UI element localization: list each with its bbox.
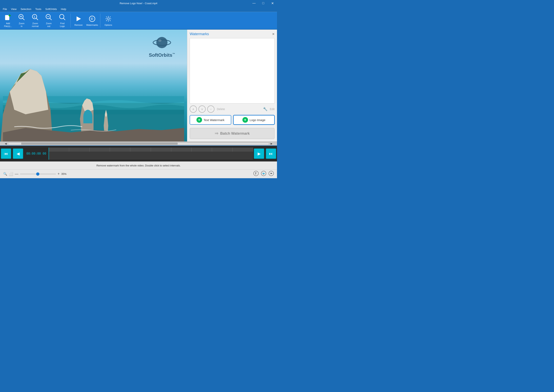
selection-icon[interactable]: ⬜ bbox=[9, 172, 13, 176]
close-button[interactable]: ✕ bbox=[268, 0, 277, 6]
svg-point-21 bbox=[158, 39, 161, 42]
remove-icon bbox=[75, 15, 82, 23]
toggle-button[interactable]: ○ bbox=[207, 105, 214, 113]
twitter-icon[interactable]: 🐦 bbox=[261, 171, 266, 177]
zoom-out-button[interactable]: Zoomout bbox=[42, 13, 55, 28]
minimize-button[interactable]: — bbox=[249, 0, 259, 6]
watermarks-button[interactable]: © Watermarks bbox=[86, 13, 98, 28]
ruler-tick bbox=[192, 148, 212, 152]
panel-close-button[interactable]: ✕ bbox=[272, 32, 275, 36]
batch-watermark-label: Batch Watermark bbox=[220, 132, 250, 136]
options-icon bbox=[105, 15, 112, 23]
svg-line-11 bbox=[50, 18, 52, 20]
video-scene: SoftOrbits™ bbox=[0, 30, 187, 141]
add-buttons-row: + Text Watermark + Logo Image bbox=[190, 115, 275, 125]
scroll-thumb[interactable] bbox=[21, 143, 177, 145]
zoom-plus-icon[interactable]: + bbox=[57, 172, 60, 176]
toolbar-separator-1 bbox=[70, 14, 70, 28]
menu-softorbits[interactable]: SoftOrbits bbox=[43, 7, 59, 11]
watermarks-label: Watermarks bbox=[86, 24, 98, 26]
step-forward-button[interactable]: ▶ bbox=[254, 148, 264, 159]
move-up-button[interactable]: ∧ bbox=[190, 105, 197, 113]
zoom-small-icon[interactable]: 🔍 bbox=[3, 172, 7, 176]
batch-watermark-button[interactable]: ⇒ Batch Watermark bbox=[190, 128, 275, 139]
svg-point-13 bbox=[60, 14, 64, 19]
add-files-icon bbox=[4, 14, 12, 22]
rewind-to-start-icon: ⏮ bbox=[4, 151, 8, 156]
timeline-area: ⏮ ◀ 00:00:00 00 ▶ ⏭ bbox=[0, 146, 277, 161]
zoom-normal-icon: 1 bbox=[32, 14, 39, 22]
svg-text:1: 1 bbox=[34, 15, 35, 18]
zoom-slider[interactable] bbox=[20, 174, 56, 175]
chevron-down-icon: ∨ bbox=[201, 107, 203, 111]
app-title: Remove Logo Now! - Coast.mp4 bbox=[120, 2, 157, 5]
facebook-icon[interactable]: f bbox=[253, 171, 259, 177]
rewind-to-start-button[interactable]: ⏮ bbox=[1, 148, 11, 159]
options-label: Options bbox=[105, 24, 112, 26]
step-back-icon: ◀ bbox=[17, 151, 20, 156]
zoom-normal-button[interactable]: 1 Zoomnormal bbox=[29, 13, 42, 28]
scroll-left-arrow[interactable]: ◀ bbox=[4, 142, 7, 145]
logo-image-label: Logo Image bbox=[250, 118, 265, 122]
ruler-tick bbox=[90, 148, 110, 152]
svg-text:f: f bbox=[255, 172, 256, 175]
zoom-in-label: Zoomin bbox=[19, 22, 24, 27]
find-logo-icon bbox=[59, 14, 66, 22]
plus-circle-text-icon: + bbox=[196, 117, 202, 123]
horizontal-scrollbar[interactable]: ◀ ▶ bbox=[0, 141, 277, 146]
text-watermark-label: Text Watermark bbox=[204, 118, 224, 122]
svg-point-18 bbox=[107, 18, 109, 20]
chevron-up-icon: ∧ bbox=[192, 107, 194, 111]
menu-tools[interactable]: Tools bbox=[33, 7, 43, 11]
watermark-list[interactable] bbox=[190, 38, 275, 104]
move-down-button[interactable]: ∨ bbox=[198, 105, 206, 113]
svg-marker-30 bbox=[271, 173, 272, 174]
text-watermark-button[interactable]: + Text Watermark bbox=[190, 115, 231, 125]
status-bar: Remove watermark from the whole video. D… bbox=[0, 161, 277, 169]
timeline-ruler bbox=[49, 148, 253, 152]
ruler-tick bbox=[171, 148, 192, 152]
plus-circle-logo-icon: + bbox=[242, 117, 248, 123]
video-panel: SoftOrbits™ bbox=[0, 30, 187, 141]
zoom-thumb[interactable] bbox=[36, 172, 39, 176]
options-button[interactable]: Options bbox=[102, 13, 115, 28]
cliff-scene-svg bbox=[0, 46, 187, 141]
menu-view[interactable]: View bbox=[9, 7, 19, 11]
zoom-percent: 35% bbox=[61, 172, 69, 175]
zoom-in-icon bbox=[18, 14, 25, 22]
zoom-in-button[interactable]: Zoomin bbox=[15, 13, 28, 28]
title-bar: Remove Logo Now! - Coast.mp4 — □ ✕ bbox=[0, 0, 277, 6]
menu-selection[interactable]: Selection bbox=[19, 7, 33, 11]
maximize-button[interactable]: □ bbox=[259, 0, 268, 6]
panel-header: Watermarks ✕ bbox=[190, 32, 275, 36]
edit-button[interactable]: Edit bbox=[270, 107, 275, 111]
batch-arrow-icon: ⇒ bbox=[215, 131, 218, 136]
zoom-minus-icon[interactable]: — bbox=[15, 172, 18, 176]
circle-icon: ○ bbox=[210, 107, 212, 111]
delete-button[interactable]: Delete bbox=[217, 107, 225, 111]
svg-line-4 bbox=[23, 18, 24, 20]
menu-help[interactable]: Help bbox=[59, 7, 68, 11]
add-files-label: AddFile(s)... bbox=[4, 22, 12, 27]
menu-file[interactable]: File bbox=[1, 7, 9, 11]
status-text: Remove watermark from the whole video. D… bbox=[96, 164, 181, 167]
svg-text:🐦: 🐦 bbox=[262, 172, 265, 175]
step-back-button[interactable]: ◀ bbox=[13, 148, 23, 159]
youtube-icon[interactable] bbox=[269, 171, 274, 177]
playhead[interactable] bbox=[49, 148, 49, 160]
panel-title: Watermarks bbox=[190, 32, 209, 36]
zoom-out-icon bbox=[45, 14, 52, 22]
scroll-right-arrow[interactable]: ▶ bbox=[270, 142, 273, 145]
timeline-track[interactable] bbox=[49, 148, 253, 160]
svg-text:©: © bbox=[91, 17, 93, 21]
ruler-tick bbox=[69, 148, 90, 152]
fast-forward-button[interactable]: ⏭ bbox=[266, 148, 276, 159]
remove-button[interactable]: Remove bbox=[72, 13, 85, 28]
scroll-track[interactable] bbox=[8, 142, 269, 145]
find-logo-button[interactable]: FindLogo bbox=[56, 13, 69, 28]
add-files-button[interactable]: AddFile(s)... bbox=[2, 13, 14, 28]
zoom-normal-label: Zoomnormal bbox=[32, 22, 39, 27]
svg-line-8 bbox=[36, 18, 38, 20]
logo-image-button[interactable]: + Logo Image bbox=[233, 115, 275, 125]
ruler-tick bbox=[233, 148, 253, 152]
